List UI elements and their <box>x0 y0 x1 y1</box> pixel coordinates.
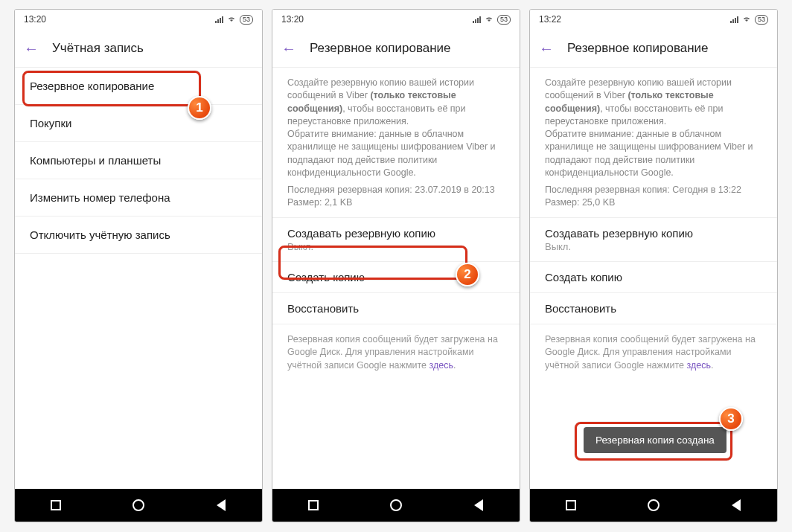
content: Резервное копирование Покупки Компьютеры… <box>15 68 262 489</box>
android-nav-bar <box>15 489 262 522</box>
header: ← Резервное копирование <box>272 29 520 68</box>
status-bar: 13:20 53 <box>272 10 520 29</box>
signal-icon <box>215 16 223 23</box>
auto-backup-value: Выкл. <box>545 241 762 252</box>
clock: 13:22 <box>539 14 561 25</box>
page-title: Резервное копирование <box>567 41 709 56</box>
auto-backup-setting[interactable]: Создавать резервную копию Выкл. <box>530 218 777 262</box>
menu-deactivate[interactable]: Отключить учётную запись <box>15 217 262 254</box>
auto-backup-value: Выкл. <box>287 241 505 252</box>
content: Создайте резервную копию вашей истории с… <box>272 68 520 489</box>
recent-apps-icon[interactable] <box>308 500 319 510</box>
footer-dot: . <box>453 360 456 371</box>
footer-dot: . <box>711 360 713 371</box>
status-bar: 13:22 53 <box>530 10 777 29</box>
battery-icon: 53 <box>755 15 768 25</box>
create-backup-button[interactable]: Создать копию <box>272 262 520 293</box>
signal-icon <box>473 16 481 23</box>
home-icon[interactable] <box>648 499 660 511</box>
recent-apps-icon[interactable] <box>566 500 576 510</box>
menu-change-number[interactable]: Изменить номер телефона <box>15 179 262 217</box>
google-settings-link[interactable]: здесь <box>686 360 710 371</box>
status-icons: 53 <box>730 15 768 25</box>
restore-label: Восстановить <box>545 302 762 315</box>
clock: 13:20 <box>24 14 46 25</box>
toast-message: Резервная копия создана <box>584 427 726 453</box>
back-icon[interactable] <box>473 499 484 511</box>
footer-text: Резервная копия сообщений будет загружен… <box>545 334 756 371</box>
info-text-2: Обратите внимание: данные в облачном хра… <box>545 129 753 178</box>
back-arrow-icon[interactable]: ← <box>539 41 554 56</box>
auto-backup-title: Создавать резервную копию <box>545 227 762 240</box>
menu-purchases[interactable]: Покупки <box>15 105 262 142</box>
back-icon[interactable] <box>731 499 741 511</box>
create-backup-label: Создать копию <box>545 271 762 283</box>
battery-icon: 53 <box>497 15 511 25</box>
page-title: Учётная запись <box>52 41 144 56</box>
recent-apps-icon[interactable] <box>51 500 61 510</box>
phone-screen-2: 13:20 53 ← Резервное копирование Создайт… <box>272 9 520 522</box>
content: Создайте резервную копию вашей истории с… <box>530 68 777 489</box>
wifi-icon <box>485 15 494 24</box>
backup-info: Создайте резервную копию вашей истории с… <box>272 68 520 218</box>
header: ← Учётная запись <box>15 29 262 68</box>
create-backup-label: Создать копию <box>287 271 505 283</box>
home-icon[interactable] <box>390 499 402 511</box>
wifi-icon <box>742 15 751 24</box>
auto-backup-title: Создавать резервную копию <box>287 227 505 240</box>
menu-backup[interactable]: Резервное копирование <box>15 68 262 105</box>
home-icon[interactable] <box>132 499 144 511</box>
footer-note: Резервная копия сообщений будет загружен… <box>272 324 520 382</box>
footer-text: Резервная копия сообщений будет загружен… <box>287 334 498 371</box>
backup-info: Создайте резервную копию вашей истории с… <box>530 68 777 218</box>
phone-screen-1: 13:20 53 ← Учётная запись Резервное копи… <box>14 9 263 522</box>
restore-label: Восстановить <box>287 302 505 315</box>
back-arrow-icon[interactable]: ← <box>24 41 39 56</box>
menu-desktops[interactable]: Компьютеры и планшеты <box>15 142 262 179</box>
last-backup: Последняя резервная копия: Сегодня в 13:… <box>545 184 762 196</box>
header: ← Резервное копирование <box>530 29 777 68</box>
backup-size: Размер: 25,0 KB <box>545 196 762 209</box>
page-title: Резервное копирование <box>310 41 451 56</box>
status-icons: 53 <box>215 15 253 25</box>
signal-icon <box>730 16 738 23</box>
back-arrow-icon[interactable]: ← <box>281 41 296 56</box>
android-nav-bar <box>530 489 777 522</box>
restore-button[interactable]: Восстановить <box>272 293 520 324</box>
battery-icon: 53 <box>240 15 253 25</box>
clock: 13:20 <box>281 14 304 25</box>
last-backup: Последняя резервная копия: 23.07.2019 в … <box>287 184 505 196</box>
auto-backup-setting[interactable]: Создавать резервную копию Выкл. <box>272 218 520 262</box>
info-text-2: Обратите внимание: данные в облачном хра… <box>287 129 496 178</box>
status-icons: 53 <box>473 15 511 25</box>
wifi-icon <box>227 15 236 24</box>
google-settings-link[interactable]: здесь <box>429 360 453 371</box>
android-nav-bar <box>272 489 520 522</box>
back-icon[interactable] <box>216 499 226 511</box>
create-backup-button[interactable]: Создать копию <box>530 262 777 293</box>
restore-button[interactable]: Восстановить <box>530 293 777 324</box>
status-bar: 13:20 53 <box>15 10 262 29</box>
footer-note: Резервная копия сообщений будет загружен… <box>530 324 777 382</box>
backup-size: Размер: 2,1 KB <box>287 196 505 209</box>
phone-screen-3: 13:22 53 ← Резервное копирование Создайт… <box>529 9 778 522</box>
